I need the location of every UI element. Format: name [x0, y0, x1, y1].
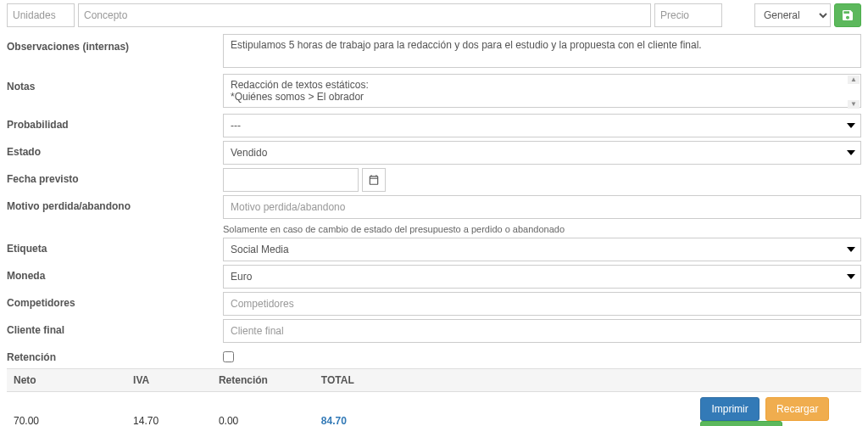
save-icon: [841, 8, 854, 22]
observaciones-textarea[interactable]: [223, 34, 861, 68]
iva-value: 14.70: [126, 392, 212, 427]
etiqueta-label: Etiqueta: [7, 238, 223, 255]
competidores-input[interactable]: [223, 292, 861, 316]
motivo-input[interactable]: [223, 195, 861, 219]
retencion-checkbox[interactable]: [223, 351, 234, 362]
guardar-todo-button[interactable]: Guardar todo: [700, 421, 782, 426]
fecha-label: Fecha previsto: [7, 168, 223, 185]
line-item-row: General: [0, 0, 868, 31]
cliente-final-label: Cliente final: [7, 319, 223, 336]
precio-input[interactable]: [654, 3, 722, 27]
th-total: TOTAL: [314, 369, 691, 392]
retencion-label: Retención: [7, 346, 223, 363]
calendar-icon: [368, 174, 380, 186]
motivo-label: Motivo perdida/abandono: [7, 195, 223, 212]
moneda-select[interactable]: Euro: [223, 265, 861, 289]
cliente-final-input[interactable]: [223, 319, 861, 343]
retencion-value: 0.00: [212, 392, 314, 427]
notas-textarea[interactable]: [223, 74, 861, 108]
notas-label: Notas: [7, 74, 223, 92]
neto-value: 70.00: [7, 392, 126, 427]
competidores-label: Competidores: [7, 292, 223, 309]
observaciones-label: Observaciones (internas): [7, 34, 223, 53]
imprimir-button[interactable]: Imprimir: [700, 397, 759, 421]
th-neto: Neto: [7, 369, 126, 392]
calendar-button[interactable]: [362, 168, 386, 192]
moneda-label: Moneda: [7, 265, 223, 282]
concepto-input[interactable]: [78, 3, 651, 27]
totals-value-row: 70.00 14.70 0.00 84.70 Imprimir Recargar…: [7, 392, 861, 427]
fecha-input[interactable]: [223, 168, 359, 192]
recargar-button[interactable]: Recargar: [765, 397, 829, 421]
totals-table: Neto IVA Retención TOTAL 70.00 14.70 0.0…: [7, 368, 861, 426]
budget-form: Observaciones (internas) Notas ▲▼ Probab…: [0, 31, 868, 426]
notas-scrollbar[interactable]: ▲▼: [848, 76, 860, 109]
th-iva: IVA: [126, 369, 212, 392]
th-retencion: Retención: [212, 369, 314, 392]
estado-select[interactable]: Vendido: [223, 141, 861, 165]
totals-header-row: Neto IVA Retención TOTAL: [7, 369, 861, 392]
etiqueta-select[interactable]: Social Media: [223, 238, 861, 261]
probabilidad-label: Probabilidad: [7, 114, 223, 131]
estado-label: Estado: [7, 141, 223, 158]
unidades-input[interactable]: [7, 3, 75, 27]
tax-type-select[interactable]: General: [754, 3, 831, 27]
total-value: 84.70: [314, 392, 691, 427]
motivo-help-text: Solamente en caso de cambio de estado de…: [223, 224, 565, 234]
save-line-button[interactable]: [834, 3, 861, 27]
probabilidad-select[interactable]: ---: [223, 114, 861, 137]
